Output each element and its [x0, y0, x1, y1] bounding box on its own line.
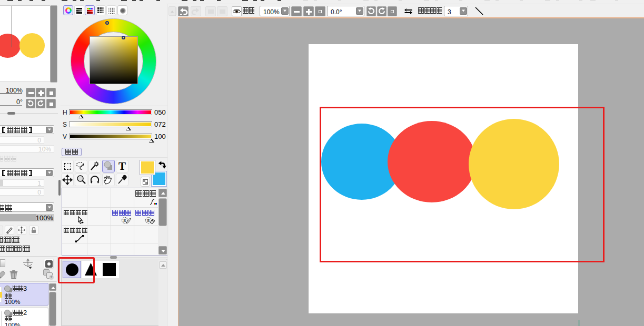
- svg-text:S: S: [147, 218, 150, 223]
- svg-text:S: S: [123, 218, 126, 223]
